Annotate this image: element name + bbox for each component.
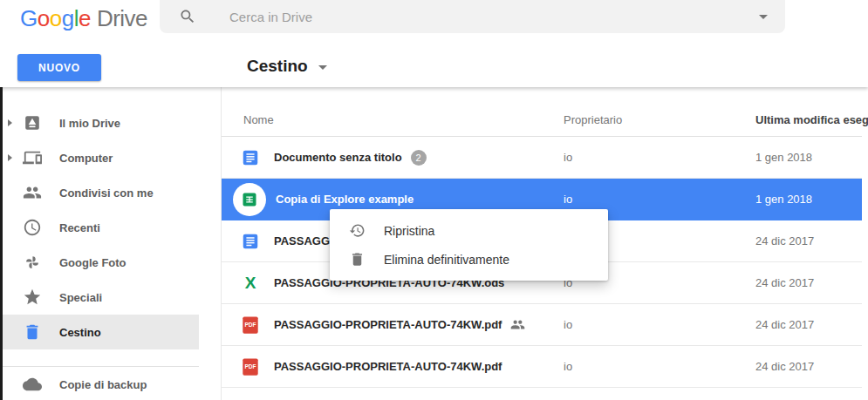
count-badge: 2: [411, 150, 427, 166]
file-name: Copia di Explore example: [276, 193, 413, 206]
sidebar-item-cestino[interactable]: Cestino: [0, 315, 199, 349]
file-name: Documento senza titolo: [274, 151, 402, 164]
page-title-dropdown[interactable]: Cestino: [247, 57, 327, 76]
file-name: PASSAGGIO-PROPRIETA-AUTO-74KW.pdf: [274, 360, 502, 373]
menu-item-ripristina[interactable]: Ripristina: [330, 216, 608, 245]
logo-letter: G: [20, 5, 38, 31]
expander-arrow-icon[interactable]: [8, 119, 12, 126]
sidebar-item-computer[interactable]: Computer: [0, 140, 199, 175]
restore-icon: [349, 222, 366, 239]
sidebar-item-il-mio-drive[interactable]: Il mio Drive: [0, 105, 199, 140]
sidebar-item-google-foto[interactable]: Google Foto: [0, 245, 199, 280]
sidebar-item-label: Recenti: [59, 221, 100, 234]
google-drive-logo[interactable]: GoogleDrive: [20, 5, 147, 32]
file-name: PASSAGGIO-PROPRIETA-AUTO-74KW.pdf: [274, 318, 502, 331]
file-owner: io: [564, 318, 572, 331]
chevron-down-icon: [318, 65, 327, 70]
ods-spreadsheet-icon: X: [241, 274, 260, 293]
logo-letter: o: [38, 5, 50, 31]
search-icon: [179, 8, 196, 25]
sidebar-item-recenti[interactable]: Recenti: [0, 210, 199, 245]
context-menu: Ripristina Elimina definitivamente: [330, 209, 608, 281]
cloud-icon: [22, 374, 43, 395]
people-icon: [22, 182, 43, 203]
logo-letter: e: [79, 5, 91, 31]
search-input[interactable]: [229, 0, 718, 33]
file-owner: io: [564, 151, 572, 164]
table-row[interactable]: PDF PASSAGGIO-PROPRIETA-AUTO-74KW.pdf io…: [222, 304, 862, 346]
top-header: GoogleDrive NUOVO Cestino: [0, 0, 868, 87]
menu-item-label: Ripristina: [384, 224, 434, 238]
trash-icon: [349, 251, 366, 268]
star-icon: [22, 287, 43, 308]
file-avatar-circle: [233, 183, 266, 216]
pdf-icon: PDF: [241, 315, 260, 335]
photos-pinwheel-icon: [22, 252, 43, 273]
shared-people-icon: [510, 317, 525, 332]
devices-icon: [22, 147, 43, 168]
google-sheets-icon: [241, 191, 258, 208]
column-header-name[interactable]: Nome: [243, 113, 274, 126]
svg-text:PDF: PDF: [244, 363, 256, 369]
file-owner: io: [564, 360, 572, 373]
sidebar-item-label: Speciali: [59, 291, 102, 304]
sidebar: Il mio Drive Computer Condivisi con me: [0, 87, 199, 400]
drive-icon: [22, 112, 43, 133]
menu-item-elimina-definitivamente[interactable]: Elimina definitivamente: [330, 245, 608, 274]
trash-icon: [22, 322, 43, 342]
logo-letter: g: [62, 5, 74, 31]
new-button[interactable]: NUOVO: [17, 54, 101, 81]
pdf-icon: PDF: [241, 357, 260, 376]
sidebar-item-condivisi-con-me[interactable]: Condivisi con me: [0, 175, 199, 210]
sidebar-item-label: Copie di backup: [59, 378, 147, 391]
sidebar-item-speciali[interactable]: Speciali: [0, 280, 199, 315]
menu-item-label: Elimina definitivamente: [384, 253, 509, 267]
column-header-owner[interactable]: Proprietario: [564, 113, 622, 126]
file-modified-date: 1 gen 2018: [755, 193, 812, 206]
table-row[interactable]: Documento senza titolo 2 io 1 gen 2018: [222, 137, 862, 179]
expander-arrow-icon[interactable]: [8, 154, 12, 161]
logo-letter: o: [50, 5, 62, 31]
google-drive-app: GoogleDrive NUOVO Cestino: [0, 0, 868, 400]
column-header-modified[interactable]: Ultima modifica esegu: [755, 113, 868, 126]
logo-product-name: Drive: [97, 5, 147, 31]
google-docs-icon: [241, 148, 260, 167]
sidebar-item-label: Computer: [59, 152, 113, 165]
table-row[interactable]: PDF PASSAGGIO-PROPRIETA-AUTO-74KW.pdf io…: [222, 346, 862, 388]
file-modified-date: 1 gen 2018: [755, 151, 812, 164]
page-title: Cestino: [247, 57, 308, 76]
svg-text:PDF: PDF: [244, 322, 256, 328]
file-modified-date: 24 dic 2017: [755, 234, 814, 247]
table-header: Nome Proprietario Ultima modifica esegu: [222, 87, 862, 137]
sidebar-item-label: Il mio Drive: [59, 117, 120, 130]
file-modified-date: 24 dic 2017: [755, 276, 814, 289]
search-options-caret-icon[interactable]: [759, 15, 768, 19]
google-docs-icon: [241, 232, 260, 251]
sidebar-item-label: Condivisi con me: [59, 186, 154, 200]
sidebar-item-label: Cestino: [59, 326, 101, 339]
search-bar[interactable]: [160, 0, 785, 33]
clock-icon: [22, 217, 43, 238]
sidebar-item-copie-di-backup[interactable]: Copie di backup: [0, 367, 199, 400]
file-modified-date: 24 dic 2017: [755, 318, 814, 331]
window-edge-strip: [0, 87, 3, 400]
sidebar-item-label: Google Foto: [59, 256, 126, 269]
file-modified-date: 24 dic 2017: [755, 360, 814, 373]
file-owner: io: [564, 193, 572, 206]
